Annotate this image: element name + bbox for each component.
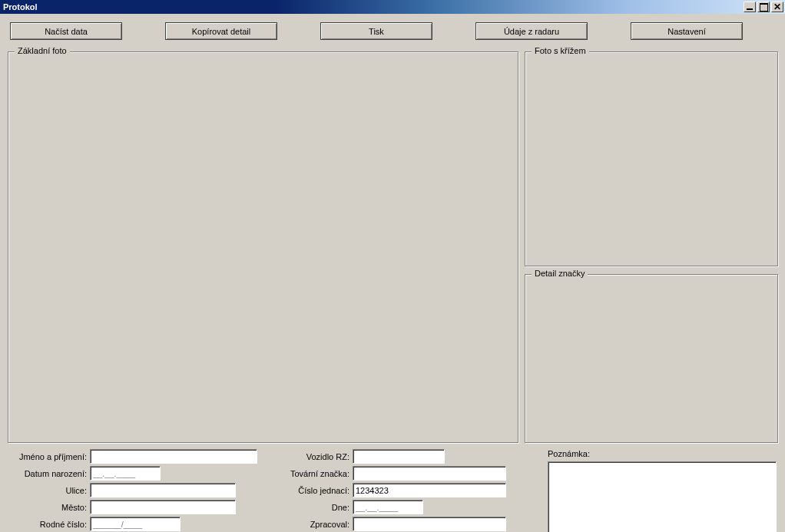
birthnumber-field[interactable]: ______/____ — [90, 517, 181, 531]
birthnumber-label: Rodné číslo: — [7, 520, 90, 529]
cross-photo-group: Foto s křížem — [525, 51, 778, 266]
radar-data-button[interactable]: Údaje z radaru — [475, 22, 588, 40]
name-field[interactable] — [90, 449, 257, 464]
window-titlebar: Protokol ✕ — [0, 0, 785, 14]
note-label: Poznámka: — [548, 449, 593, 458]
window-title: Protokol — [3, 2, 742, 12]
name-label: Jméno a příjmení: — [7, 452, 90, 461]
plate-label: Vozidlo RZ: — [279, 452, 353, 461]
settings-button[interactable]: Nastavení — [631, 22, 743, 40]
make-label: Tovární značka: — [279, 469, 353, 478]
city-label: Město: — [7, 503, 90, 512]
caseno-field[interactable] — [353, 483, 506, 497]
copy-detail-button[interactable]: Kopírovat detail — [165, 22, 277, 40]
plate-detail-legend: Detail značky — [532, 269, 588, 278]
city-field[interactable] — [90, 500, 236, 514]
basic-photo-legend: Základní foto — [15, 46, 70, 55]
note-field[interactable] — [548, 461, 777, 532]
client-area: Načíst data Kopírovat detail Tisk Údaje … — [0, 14, 785, 532]
basic-photo-group: Základní foto — [8, 51, 518, 443]
birthdate-label: Datum narození: — [7, 469, 90, 478]
caseno-label: Číslo jednací: — [279, 486, 353, 495]
window-maximize-button[interactable] — [757, 2, 770, 12]
birthdate-field[interactable]: __.__.____ — [90, 466, 161, 481]
make-field[interactable] — [353, 466, 506, 481]
street-label: Ulice: — [7, 486, 90, 495]
date-label: Dne: — [279, 503, 353, 512]
plate-field[interactable] — [353, 449, 445, 464]
street-field[interactable] — [90, 483, 236, 497]
toolbar: Načíst data Kopírovat detail Tisk Údaje … — [1, 15, 785, 45]
processedby-label: Zpracoval: — [279, 520, 353, 529]
window-close-button[interactable]: ✕ — [771, 2, 783, 12]
plate-detail-group: Detail značky — [525, 274, 778, 443]
print-button[interactable]: Tisk — [320, 22, 432, 40]
date-field[interactable]: __.__.____ — [353, 500, 423, 514]
window-minimize-button[interactable] — [744, 2, 756, 12]
processedby-field[interactable] — [353, 517, 506, 531]
load-data-button[interactable]: Načíst data — [10, 22, 122, 40]
cross-photo-legend: Foto s křížem — [532, 46, 589, 55]
